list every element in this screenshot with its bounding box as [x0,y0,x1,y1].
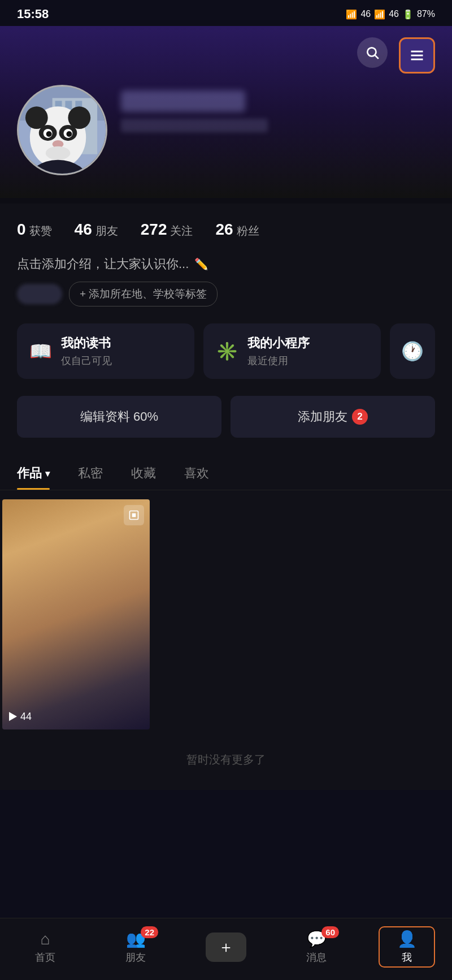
battery-icon: 🔋 [402,9,414,20]
home-icon: ⌂ [41,930,50,948]
fans-label: 粉丝 [237,223,259,239]
friends-label: 朋友 [95,223,118,239]
action-buttons: 编辑资料 60% 添加朋友 2 [0,390,452,449]
userid-blurred [121,119,268,132]
avatar [17,85,107,175]
no-more-text: 暂时没有更多了 [0,729,452,790]
nav-add[interactable]: ＋ [198,932,254,962]
tab-favorites-label: 收藏 [131,465,156,482]
profile-info [17,85,435,175]
play-count-number: 44 [20,711,32,723]
nav-friends-label: 朋友 [125,951,146,964]
stats-section: 0 获赞 46 朋友 272 关注 26 粉丝 [0,204,452,250]
svg-point-0 [367,48,376,56]
messages-badge: 60 [321,926,339,938]
reading-icon: 📖 [29,340,52,362]
reading-text: 我的读书 仅自己可见 [61,335,112,368]
tab-likes[interactable]: 喜欢 [184,455,209,490]
avatar-image [19,87,106,174]
bottom-nav: ⌂ 首页 22 👥 朋友 ＋ 60 💬 消息 👤 我 [0,918,452,980]
battery-percent: 87% [417,9,435,19]
svg-point-15 [68,106,90,129]
tab-private[interactable]: 私密 [78,455,103,490]
add-friend-button[interactable]: 添加朋友 2 [231,396,435,438]
history-card[interactable]: 🕐 [390,323,435,379]
add-friend-badge: 2 [352,409,368,425]
me-icon: 👤 [397,930,417,948]
tags-row: + 添加所在地、学校等标签 [17,282,435,306]
nav-me-label: 我 [402,951,412,964]
stat-likes[interactable]: 0 获赞 [17,221,52,239]
signal-46-label-2: 46 [389,9,399,19]
add-tag-button[interactable]: + 添加所在地、学校等标签 [69,282,218,306]
friends-badge: 22 [141,926,158,938]
nav-me[interactable]: 👤 我 [379,926,435,968]
profile-text [121,85,435,132]
miniprogram-subtitle: 最近使用 [247,354,310,368]
miniprogram-card[interactable]: ✳️ 我的小程序 最近使用 [203,323,381,379]
reading-card[interactable]: 📖 我的读书 仅自己可见 [17,323,194,379]
play-icon [9,712,17,721]
miniprogram-title: 我的小程序 [247,335,310,352]
bio-placeholder: 点击添加介绍，让大家认识你... [17,256,189,273]
existing-tag [17,284,62,304]
search-button[interactable] [357,37,388,68]
reading-title: 我的读书 [61,335,112,352]
following-label: 关注 [170,223,193,239]
svg-point-20 [46,131,52,136]
video-card[interactable]: 44 [2,499,150,729]
tabs-section: 作品 ▾ 私密 收藏 喜欢 [0,449,452,490]
svg-point-23 [46,146,71,159]
video-thumbnail [2,499,150,729]
tab-works[interactable]: 作品 ▾ [17,455,50,490]
username-blurred [121,90,245,112]
friends-count: 46 [75,221,92,239]
tab-likes-label: 喜欢 [184,465,209,482]
fans-count: 26 [215,221,233,239]
svg-point-14 [25,106,48,129]
bio-section: 点击添加介绍，让大家认识你... ✏️ + 添加所在地、学校等标签 [0,250,452,318]
svg-point-21 [66,131,72,136]
signal-46-label: 46 [360,9,371,19]
tab-favorites[interactable]: 收藏 [131,455,156,490]
signal-icon: 📶 [346,9,357,20]
status-time: 15:58 [17,7,49,21]
nav-messages[interactable]: 60 💬 消息 [288,930,345,964]
add-tag-label: + 添加所在地、学校等标签 [80,287,207,301]
video-play-count: 44 [9,711,32,723]
content-section: 44 暂时没有更多了 [0,490,452,790]
nav-friends[interactable]: 22 👥 朋友 [107,930,164,964]
miniprogram-text: 我的小程序 最近使用 [247,335,310,368]
add-friend-label: 添加朋友 [298,408,347,425]
menu-button[interactable] [399,37,435,74]
status-bar: 15:58 📶 46 📶 46 🔋 87% [0,0,452,26]
stat-following[interactable]: 272 关注 [141,221,193,239]
chevron-down-icon: ▾ [45,468,50,479]
content-grid: 44 [0,499,452,729]
profile-header [0,26,452,198]
tab-private-label: 私密 [78,465,103,482]
svg-rect-26 [132,513,136,517]
edit-icon[interactable]: ✏️ [194,257,208,271]
svg-line-1 [375,55,379,59]
nav-messages-label: 消息 [306,951,327,964]
reading-subtitle: 仅自己可见 [61,354,112,368]
features-section: 📖 我的读书 仅自己可见 ✳️ 我的小程序 最近使用 🕐 [0,318,452,390]
nav-home[interactable]: ⌂ 首页 [17,930,73,964]
likes-count: 0 [17,221,26,239]
header-actions [17,37,435,74]
add-content-button[interactable]: ＋ [206,932,246,962]
edit-profile-label: 编辑资料 60% [80,408,158,425]
following-count: 272 [141,221,167,239]
tab-works-label: 作品 [17,465,42,482]
bio-text-row[interactable]: 点击添加介绍，让大家认识你... ✏️ [17,256,435,273]
signal-icon-2: 📶 [374,9,385,20]
likes-label: 获赞 [29,223,52,239]
stat-fans[interactable]: 26 粉丝 [215,221,259,239]
edit-profile-button[interactable]: 编辑资料 60% [17,396,221,438]
miniprogram-icon: ✳️ [216,340,238,362]
stat-friends[interactable]: 46 朋友 [75,221,118,239]
add-icon: ＋ [218,936,234,958]
history-icon: 🕐 [401,340,424,362]
video-badge [124,505,144,525]
